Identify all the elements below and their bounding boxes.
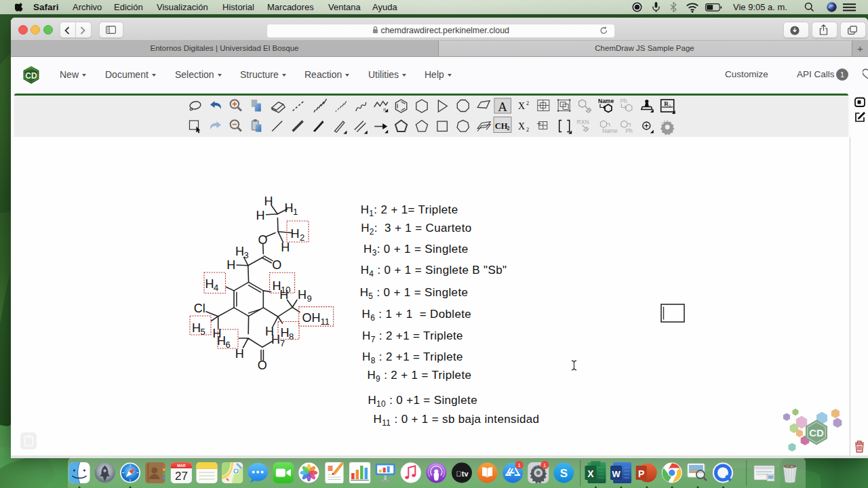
- svg-text:H: H: [226, 258, 235, 272]
- svg-text:H: H: [273, 279, 281, 293]
- svg-text:H: H: [281, 241, 290, 254]
- svg-text:n: n: [383, 107, 386, 112]
- svg-text:3: 3: [244, 250, 249, 260]
- svg-text:1: 1: [517, 462, 521, 468]
- svg-text:H: H: [291, 227, 300, 241]
- svg-text:7: 7: [280, 338, 285, 348]
- svg-text:2: 2: [300, 232, 304, 243]
- svg-text:2: 2: [507, 125, 510, 131]
- svg-text:X: X: [518, 101, 525, 111]
- svg-text:H: H: [205, 277, 214, 291]
- svg-text:Cl: Cl: [194, 302, 205, 315]
- svg-text:H: H: [235, 347, 244, 361]
- svg-text:H: H: [281, 326, 290, 340]
- svg-text:Ph: Ph: [620, 98, 627, 104]
- svg-text:H: H: [265, 325, 274, 338]
- svg-text:H: H: [235, 245, 244, 258]
- svg-text:Ph: Ph: [625, 127, 633, 134]
- svg-text:1: 1: [293, 207, 298, 217]
- svg-text:P: P: [638, 468, 644, 479]
- svg-text:S: S: [560, 467, 568, 480]
- svg-text:H: H: [256, 209, 265, 222]
- svg-text:1: 1: [543, 462, 547, 468]
- svg-text:H: H: [264, 195, 273, 208]
- svg-text:CH: CH: [495, 121, 508, 131]
- svg-text:CD: CD: [809, 427, 824, 439]
- svg-text:6: 6: [226, 340, 231, 350]
- svg-text:W: W: [612, 469, 620, 479]
- svg-text:8: 8: [289, 331, 294, 342]
- svg-text:Name: Name: [598, 98, 614, 104]
- svg-text:11: 11: [321, 317, 330, 327]
- svg-text:A: A: [498, 100, 507, 114]
- svg-text:OH: OH: [302, 311, 321, 325]
- svg-text:H: H: [192, 321, 201, 335]
- svg-text:RXN: RXN: [577, 119, 589, 125]
- svg-text:Name: Name: [602, 127, 618, 134]
- svg-text:H: H: [285, 201, 294, 215]
- svg-text:4: 4: [214, 283, 218, 293]
- svg-text:9: 9: [307, 293, 312, 304]
- svg-text:O: O: [258, 233, 267, 247]
- svg-text:H: H: [298, 288, 307, 302]
- svg-text:X: X: [587, 468, 594, 479]
- svg-text:R: R: [664, 100, 669, 107]
- svg-text:MAR: MAR: [177, 464, 186, 468]
- svg-text:CD: CD: [25, 71, 37, 81]
- svg-text:tv: tv: [456, 470, 469, 478]
- svg-text:H: H: [217, 334, 226, 348]
- svg-text:O: O: [272, 258, 281, 272]
- svg-text:2: 2: [526, 127, 529, 133]
- svg-text:27: 27: [175, 470, 188, 483]
- svg-text:2: 2: [526, 100, 529, 106]
- svg-text:O: O: [258, 359, 267, 372]
- svg-text:X: X: [518, 121, 525, 131]
